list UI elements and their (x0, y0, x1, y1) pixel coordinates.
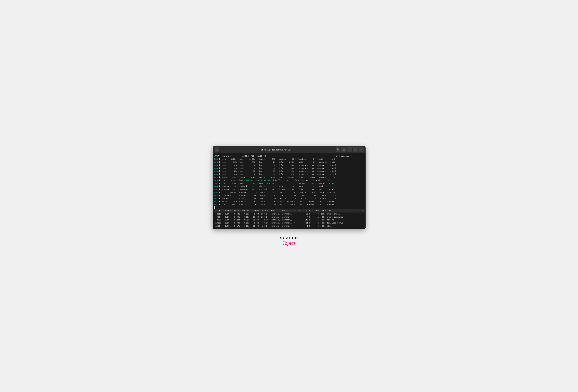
pag-data: | compact 0 | numamig 0 | migrate 0 | sw… (218, 185, 337, 188)
net2-label: NET (214, 197, 218, 200)
proc4-vgrow: 2.3G (249, 221, 259, 224)
close-button[interactable]: ✕ (359, 147, 364, 152)
proc1-exc: - (296, 213, 301, 216)
cpu3-row: cpu | sys 3% | user 5% | irq 0% | idle 9… (214, 173, 364, 176)
net2-data: | network | ipi 64 | ipo 64 | ipfrw 0 | … (218, 197, 338, 200)
title-bar: ⬡ surajit_ubuntu@Surajit: ~ 🔍 ☰ ─ □ ✕ (213, 146, 366, 153)
proc3-cpu: 3% (319, 218, 325, 221)
proc4-thr: 21 (301, 221, 308, 224)
proc2-rdelay: 0.00s (240, 216, 249, 218)
proc4-usrcpu: 0.09s (231, 221, 240, 224)
search-button[interactable]: 🔍 (336, 147, 340, 152)
terminal-body: ATOP - Surajit 2023/06/13 01:38:54 -----… (213, 153, 366, 229)
proc1-usrcpu: 0.68s (231, 213, 240, 216)
swp-pre: | tot 3.0G | free 2.1G | swcac 130.5M | … (218, 182, 307, 185)
mem-slab: 333.4M (301, 179, 308, 182)
proc4-pid: 10137 (214, 221, 221, 224)
proc1-rgrow: 104.0K (259, 213, 268, 216)
proc3-pid: 3062 (214, 218, 221, 221)
scaler-text: SCALER (280, 236, 298, 240)
mem-mid1: | free (235, 179, 246, 182)
proc5-cpu: 3% (319, 224, 325, 228)
pag-row: PAG | compact 0 | numamig 0 | migrate 0 … (214, 185, 364, 188)
maximize-button[interactable]: □ (353, 147, 358, 152)
process-row-2: 9664 0.23s 0.69s 0.00s 36.0K 184.0K sura… (214, 216, 364, 218)
terminal-window: ⬡ surajit_ubuntu@Surajit: ~ 🔍 ☰ ─ □ ✕ AT… (213, 146, 366, 229)
atop-header-elapsed: 10s elapsed (312, 155, 349, 158)
proc2-euid: surajit_ (280, 216, 292, 218)
proc1-st: -- (292, 213, 296, 216)
swp-end: | (334, 182, 337, 185)
cpu1-row: cpu | sys 3% | user 6% | irq 0% | idle 9… (214, 167, 364, 170)
cpu1-label: cpu (214, 167, 218, 170)
proc5-rgrow: 28.0K (259, 224, 268, 228)
proc1-s: S (308, 213, 310, 216)
swp-vmcom: 7.6G (307, 182, 314, 185)
proc2-thr: 4 (301, 216, 308, 218)
proc5-s: R (308, 224, 310, 228)
net3-data: | wlo1 0% | pcki 45 | pcko 45 | sp 72 Mb… (218, 200, 338, 203)
dsk-row: DSK | nvme0n1 | busy 3% | read 353 | wri… (214, 191, 364, 194)
proc4-s: S (308, 221, 310, 224)
proc2-syscpu: 0.23s (221, 216, 231, 218)
prc-label: PRC (214, 158, 218, 161)
proc5-cmd: atop (324, 224, 331, 228)
cpu1-data: | sys 3% | user 6% | irq 0% | idle 90% |… (218, 167, 336, 170)
cpl-data: | avg1 0.52 | avg5 0.77 | avg15 0.79 | c… (218, 176, 337, 179)
proc2-usrcpu: 0.69s (231, 216, 240, 218)
proc1-cmd: gnome-shell (324, 213, 340, 216)
proc1-rdelay: 0.01s (240, 213, 249, 216)
proc3-euid: surajit_ (280, 218, 292, 221)
mem-free: 170.6M (246, 179, 253, 182)
net1-label: NET (214, 194, 218, 197)
process-row-3: 3062 0.08s 0.22s 0.02s 32.0K 3.2M suraji… (214, 218, 364, 221)
net4-data: | lo ---- | pcki 20 | pcko 20 | sp 0 Mbp… (218, 203, 338, 206)
mem-cache: 555.6M (263, 179, 270, 182)
proc5-exc: - (296, 224, 301, 228)
atop-header-date: 2023/06/13 01:38:54 (231, 155, 266, 158)
terminal-icon: ⬡ (215, 147, 219, 152)
topics-text: Topics (283, 240, 295, 246)
proc3-s: S (308, 218, 310, 221)
cpu-upper-data: | sys 11% | user 23% | irq 1% | idle 364… (218, 161, 337, 164)
process-header-row: PID SYSCPU USRCPU RDELAY VGROW RGROW RUI… (214, 209, 364, 213)
proc4-euid: surajit_ (280, 221, 292, 224)
proc2-pid: 9664 (214, 216, 221, 218)
mem-pre: | tot (218, 179, 228, 182)
net1-row: NET | transport | tcpi 40 | tcpo 41 | ud… (214, 194, 364, 197)
window-title: surajit_ubuntu@Surajit: ~ (221, 148, 334, 151)
process-row-4: 10137 0.20s 0.09s 0.00s 2.3G 67.5M suraj… (214, 221, 364, 224)
mem-mid2: | cache (253, 179, 263, 182)
mem-mid4: | slab (289, 179, 301, 182)
cpu0-row: cpu | sys 3% | user 6% | irq 0% | idle 9… (214, 164, 364, 167)
cpl-row: CPL | avg1 0.52 | avg5 0.77 | avg15 0.79… (214, 176, 364, 179)
proc5-euid: surajit_ (280, 224, 292, 228)
net2-row: NET | network | ipi 64 | ipo 64 | ipfrw … (214, 197, 364, 200)
proc5-vgrow: 88.0K (249, 224, 259, 228)
proc3-vgrow: 32.0K (249, 218, 259, 221)
proc1-thr: 19 (301, 213, 308, 216)
cpu-upper-row: CPU | sys 11% | user 23% | irq 1% | idle… (214, 161, 364, 164)
cpu3-data: | sys 3% | user 5% | irq 0% | idle 91% |… (218, 173, 336, 176)
proc4-syscpu: 0.20s (221, 221, 231, 224)
cpu2-row: cpu | sys 2% | user 5% | irq 0% | idle 9… (214, 170, 364, 173)
cursor (214, 206, 215, 209)
proc4-exc: - (296, 221, 301, 224)
cpu2-label: cpu (214, 170, 218, 173)
net1-data: | transport | tcpi 40 | tcpo 41 | udpi 2… (218, 194, 338, 197)
proc-page: 1/14 (344, 209, 364, 212)
psi-row: PSI | cpusome 0% | memsome 0% | memfull … (214, 188, 364, 191)
proc2-vgrow: 36.0K (249, 216, 259, 218)
net3-label: NET (214, 200, 218, 203)
minimize-button[interactable]: ─ (347, 147, 352, 152)
proc1-vgrow: -2.8M (249, 213, 259, 216)
process-row-1: 2116 0.35s 0.68s 0.01s -2.8M 104.0K sura… (214, 213, 364, 216)
menu-button[interactable]: ☰ (341, 147, 346, 152)
net4-row: NET | lo ---- | pcki 20 | pcko 20 | sp 0… (214, 203, 364, 206)
mem-row: MEM | tot 3.3G | free 170.6M | cache 555… (214, 179, 364, 182)
proc1-ruid: surajit_ (268, 213, 280, 216)
proc4-ruid: surajit_ (268, 221, 280, 224)
cpu0-label: cpu (214, 164, 218, 167)
swp-row: SWP | tot 3.0G | free 2.1G | swcac 130.5… (214, 182, 364, 185)
proc5-thr: 1 (301, 224, 308, 228)
